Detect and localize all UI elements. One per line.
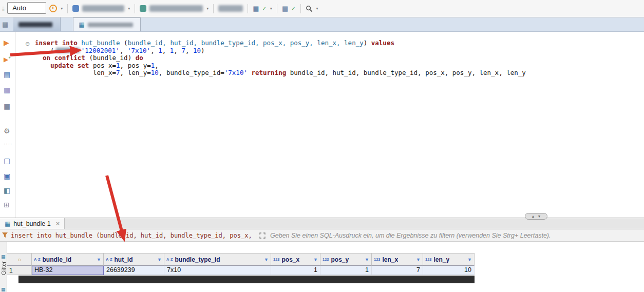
filter-sql-text[interactable]: insert into hut_bundle (bundle_id, hut_i… xyxy=(11,232,256,239)
column-filter-arrow-icon[interactable]: ▼ xyxy=(262,257,269,262)
outline-icon[interactable]: ⊞ xyxy=(4,201,10,208)
horizontal-scrollbar[interactable] xyxy=(18,276,475,283)
sql-token: , bundle_type_id= xyxy=(159,69,224,76)
row-number[interactable]: 1 xyxy=(7,266,32,275)
column-filter-arrow-icon[interactable]: ▼ xyxy=(94,257,101,262)
chevron-down-icon[interactable]: ▾ xyxy=(206,6,209,11)
splitter-collapse-handle[interactable]: ▲▼ xyxy=(525,213,547,220)
sql-token: ( xyxy=(120,39,128,47)
column-filter-arrow-icon[interactable]: ▼ xyxy=(414,257,421,262)
editor-toolbar-rail: ▶ ▶+ ▤ ▥ ▦ ⚙ ···· ▢ ▣ ◧ ⊞ xyxy=(0,32,16,218)
grid-tab-label[interactable]: Gitter xyxy=(1,261,7,275)
grid-icon: ▦ xyxy=(5,220,10,227)
new-script-icon[interactable]: ▣ xyxy=(4,172,10,180)
sql-line[interactable]: on conflict (bundle_id) do xyxy=(35,54,526,62)
execute-sql-icon[interactable]: ▶ xyxy=(4,39,9,46)
cell-pos_y[interactable]: 1 xyxy=(320,266,372,275)
execute-new-tab-icon[interactable]: ▶+ xyxy=(4,54,11,63)
editor-tab-1[interactable] xyxy=(13,17,61,31)
sql-token: (bundle_id) xyxy=(85,54,136,62)
column-type-badge: A-Z xyxy=(106,257,112,262)
sql-token: '7x10' xyxy=(127,47,150,54)
cell-bundle_id[interactable]: HB-32 xyxy=(32,266,104,275)
cell-hut_id[interactable]: 26639239 xyxy=(104,266,164,275)
redacted-toolbar-segment[interactable] xyxy=(218,5,243,12)
sql-token: ) xyxy=(201,47,205,54)
execute-statements-icon[interactable]: ▥ xyxy=(4,86,10,93)
grid-header-row: ○ A-Zbundle_id▼A-Zhut_id▼A-Zbundle_type_… xyxy=(7,253,475,266)
results-grid: ○ A-Zbundle_id▼A-Zhut_id▼A-Zbundle_type_… xyxy=(7,253,475,283)
column-filter-arrow-icon[interactable]: ▼ xyxy=(155,257,162,262)
column-header-bundle_type_id[interactable]: A-Zbundle_type_id▼ xyxy=(164,253,271,266)
text-tab-icon[interactable]: ▦ xyxy=(1,287,6,292)
cell-len_x[interactable]: 7 xyxy=(372,266,423,275)
chevron-down-icon[interactable]: ▾ xyxy=(316,6,318,11)
schema-icon[interactable] xyxy=(140,5,146,12)
execute-script-icon[interactable]: ▤ xyxy=(4,71,10,78)
sql-token: 7 xyxy=(116,69,120,76)
sql-text[interactable]: insert into hut_bundle (bundle_id, hut_i… xyxy=(35,40,526,77)
redacted-tab-label xyxy=(88,23,133,27)
column-type-badge: 123 xyxy=(374,257,381,262)
open-file-icon[interactable]: ▢ xyxy=(4,157,10,164)
transaction-clock-icon[interactable] xyxy=(49,5,57,12)
column-filter-arrow-icon[interactable]: ▼ xyxy=(465,257,472,262)
sql-editor[interactable]: ▶ ▶+ ▤ ▥ ▦ ⚙ ···· ▢ ▣ ◧ ⊞ ⊖ insert into … xyxy=(0,32,644,218)
toolbar-separator xyxy=(67,4,68,13)
database-icon[interactable] xyxy=(72,5,79,12)
editor-tab-2[interactable]: ▦ xyxy=(73,17,141,31)
column-label: hut_id xyxy=(115,256,133,263)
sql-token: bundle_id, hut_id, bundle_type_id, pos_x… xyxy=(286,69,526,76)
column-filter-arrow-icon[interactable]: ▼ xyxy=(363,257,369,262)
close-icon[interactable]: × xyxy=(56,220,60,227)
fold-collapse-icon[interactable]: ⊖ xyxy=(25,41,30,47)
chevron-down-icon[interactable]: ▾ xyxy=(61,6,63,11)
toolbar-drag-handle[interactable]: ⁞⁞ xyxy=(2,6,4,12)
search-icon[interactable] xyxy=(306,5,313,12)
chevron-down-icon[interactable]: ▾ xyxy=(270,6,272,11)
cell-len_y[interactable]: 10 xyxy=(423,266,475,275)
gear-icon[interactable]: ⚙ xyxy=(4,127,10,134)
sql-token xyxy=(35,54,43,62)
panel-icon[interactable]: ▤ xyxy=(282,5,288,12)
sql-line[interactable]: ('12002001', '7x10', 1, 1, 7, 10) xyxy=(35,47,526,55)
more-options-icon[interactable]: ···· xyxy=(4,141,12,148)
expand-filter-icon[interactable] xyxy=(259,232,266,239)
column-label: pos_x xyxy=(282,256,300,263)
results-filter-bar[interactable]: insert into hut_bundle (bundle_id, hut_i… xyxy=(0,229,644,242)
sql-line[interactable]: update set pos_x=1, pos_y=1, xyxy=(35,62,526,70)
arrow-down-icon: ▼ xyxy=(538,215,541,218)
explain-plan-icon[interactable]: ▦ xyxy=(4,103,10,110)
sql-line[interactable]: len_x=7, len_y=10, bundle_type_id='7x10'… xyxy=(35,69,526,77)
column-header-len_y[interactable]: 123len_y▼ xyxy=(423,253,475,266)
book-icon[interactable]: ◧ xyxy=(4,187,10,194)
chevron-down-icon[interactable]: ▾ xyxy=(128,6,130,11)
sql-token: do xyxy=(136,54,143,62)
redacted-schema-name[interactable] xyxy=(149,5,203,12)
cell-pos_x[interactable]: 1 xyxy=(271,266,320,275)
column-label: len_x xyxy=(383,256,399,263)
redacted-connection-name[interactable] xyxy=(82,5,124,12)
column-header-bundle_id[interactable]: A-Zbundle_id▼ xyxy=(32,253,104,266)
sql-token: len_x= xyxy=(35,69,116,76)
results-tab-hut-bundle[interactable]: ▦ hut_bundle 1 × xyxy=(0,218,65,229)
toolbar-separator xyxy=(135,4,135,13)
column-header-len_x[interactable]: 123len_x▼ xyxy=(372,253,423,266)
column-header-hut_id[interactable]: A-Zhut_id▼ xyxy=(104,253,164,266)
row-marker-header[interactable]: ○ xyxy=(7,253,32,266)
column-header-pos_y[interactable]: 123pos_y▼ xyxy=(320,253,372,266)
auto-commit-combo[interactable]: Auto xyxy=(7,2,46,14)
table-icon: ▦ xyxy=(2,21,8,28)
column-header-pos_x[interactable]: 123pos_x▼ xyxy=(271,253,320,266)
results-tabbar: ▦ hut_bundle 1 × xyxy=(0,218,644,229)
sql-token: , len_y= xyxy=(120,69,151,76)
cell-bundle_type_id[interactable]: 7x10 xyxy=(164,266,271,275)
grid-view-icon[interactable]: ▦ xyxy=(253,5,259,12)
sql-line[interactable]: insert into hut_bundle (bundle_id, hut_i… xyxy=(35,40,526,47)
toolbar-separator xyxy=(300,4,301,13)
column-filter-arrow-icon[interactable]: ▼ xyxy=(311,257,318,262)
sql-token: insert into xyxy=(35,39,81,47)
table-row[interactable]: 1HB-32266392397x1011710 xyxy=(7,266,475,275)
grid-tab-icon[interactable]: ▦ xyxy=(1,255,6,259)
editor-tabbar: ▦ ▦ xyxy=(0,17,644,32)
